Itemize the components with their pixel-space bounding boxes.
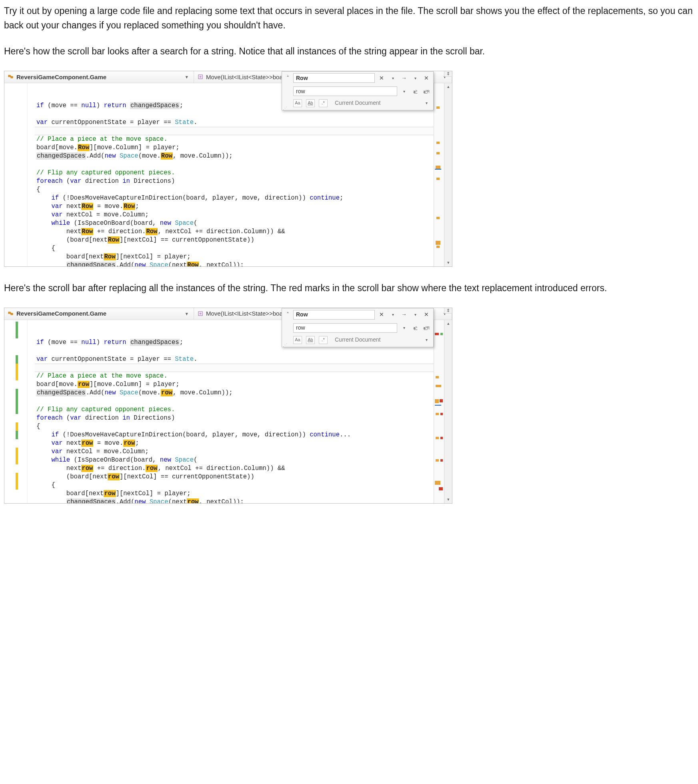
class-icon [8,74,14,80]
regex-toggle[interactable]: .* [319,99,328,107]
find-next-icon[interactable]: → [400,310,408,319]
scroll-up-icon[interactable] [444,320,452,327]
scope-dropdown[interactable] [422,336,431,344]
vertical-scrollbar[interactable] [444,320,452,503]
search-scope[interactable]: Current Document [332,99,418,108]
class-navigator[interactable]: ReversiGameComponent.Game [4,71,194,83]
collapse-icon[interactable]: ˄ [284,74,291,83]
doc-paragraph-3: Here's the scroll bar after replacing al… [4,281,694,296]
collapse-icon[interactable]: ˄ [284,310,291,319]
find-mode-dropdown[interactable] [411,310,420,319]
close-panel-icon[interactable]: ✕ [422,74,431,82]
scroll-map[interactable] [434,320,444,503]
close-icon[interactable]: ✕ [377,310,386,319]
method-icon [197,74,204,80]
replace-input[interactable]: row [293,323,397,333]
replace-history-dropdown[interactable] [400,87,408,96]
replace-next-icon[interactable]: a͟ᵇ [411,87,420,96]
replace-all-icon[interactable]: a͟ᵇ⎘ [422,87,431,96]
split-handle-icon[interactable] [444,308,452,314]
replace-next-icon[interactable]: a͟ᵇ [411,324,420,332]
resize-grip-icon[interactable] [283,105,287,109]
resize-grip-icon[interactable] [283,342,287,346]
whole-word-toggle[interactable]: Ab [306,336,315,344]
code-editor[interactable]: if (move == null) return changedSpaces; … [35,320,434,503]
replace-all-icon[interactable]: a͟ᵇ⎘ [422,324,431,332]
class-name: ReversiGameComponent.Game [16,72,106,82]
scroll-up-icon[interactable] [444,83,452,90]
match-case-toggle[interactable]: Aa [293,336,302,344]
doc-paragraph-2: Here's how the scroll bar looks after a … [4,44,694,59]
close-panel-icon[interactable]: ✕ [422,310,431,319]
doc-paragraph-1: Try it out by opening a large code file … [4,4,694,32]
editor-screenshot-after: ReversiGameComponent.Game Move(IList<ILi… [4,308,452,504]
outlining-margin[interactable] [28,320,35,503]
outlining-margin[interactable] [28,83,35,266]
method-icon [197,310,204,317]
class-name: ReversiGameComponent.Game [16,309,106,318]
chevron-down-icon[interactable] [183,310,190,317]
editor-screenshot-before: ReversiGameComponent.Game Move(IList<ILi… [4,71,452,267]
svg-rect-0 [8,75,10,77]
scroll-map[interactable] [434,83,444,266]
class-icon [8,310,14,317]
gutter [4,83,28,266]
scroll-down-icon[interactable] [444,496,452,503]
chevron-down-icon[interactable] [183,74,190,80]
vertical-scrollbar[interactable] [444,83,452,266]
replace-history-dropdown[interactable] [400,324,408,332]
match-case-toggle[interactable]: Aa [293,99,302,107]
find-next-icon[interactable]: → [400,74,408,82]
gutter [4,320,28,503]
split-handle-icon[interactable] [444,71,452,77]
regex-toggle[interactable]: .* [319,336,328,344]
replace-input[interactable]: row [293,86,397,96]
find-replace-panel: ˄ Row ✕ → ✕ row a͟ᵇ a͟ᵇ⎘ Aa Ab .* Curren… [282,71,434,110]
whole-word-toggle[interactable]: Ab [306,99,315,107]
find-replace-panel: ˄ Row ✕ → ✕ row a͟ᵇ a͟ᵇ⎘ Aa Ab .* Curren… [282,308,434,347]
search-input[interactable]: Row [293,310,375,320]
svg-rect-4 [8,312,10,314]
scroll-down-icon[interactable] [444,259,452,266]
close-icon[interactable]: ✕ [377,74,386,82]
scope-dropdown[interactable] [422,99,431,108]
search-history-dropdown[interactable] [388,74,397,82]
search-history-dropdown[interactable] [388,310,397,319]
find-mode-dropdown[interactable] [411,74,420,82]
class-navigator[interactable]: ReversiGameComponent.Game [4,308,194,320]
code-editor[interactable]: if (move == null) return changedSpaces; … [35,83,434,266]
search-input[interactable]: Row [293,73,375,83]
search-scope[interactable]: Current Document [332,336,418,344]
